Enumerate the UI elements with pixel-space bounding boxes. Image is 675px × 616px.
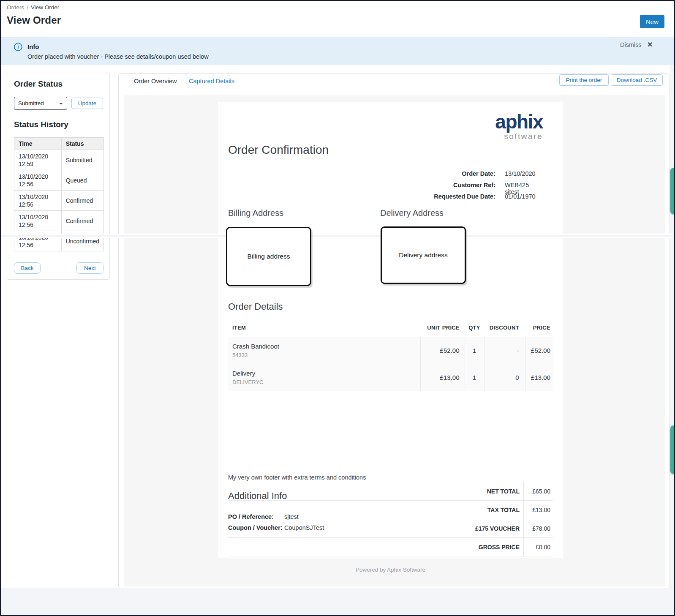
info-row-po-reference: PO / Reference: sjtest — [228, 513, 324, 524]
info-value: CouponSJTest — [284, 524, 324, 531]
billing-address-box: Billing address — [226, 227, 311, 286]
page-break-band — [1, 234, 674, 238]
delivery-address-heading: Delivery Address — [380, 208, 444, 218]
info-label: Coupon / Voucher: — [228, 524, 284, 531]
meta-label: Order Date: — [462, 170, 495, 177]
item-name: Delivery — [232, 370, 420, 377]
item-discount: - — [484, 337, 525, 364]
column-header-time: Time — [14, 138, 62, 150]
column-header-qty: QTY — [465, 318, 484, 337]
meta-label: Requested Due Date: — [434, 193, 495, 200]
item-row: Delivery DELIVERYC £13.00 1 0 £13.00 — [228, 364, 553, 391]
banner-message: Order placed with voucher - Please see d… — [27, 53, 209, 60]
next-button[interactable]: Next — [76, 262, 103, 274]
items-header-row: ITEM UNIT PRICE QTY DISCOUNT PRICE — [228, 318, 553, 337]
column-header-status: Status — [61, 138, 103, 150]
history-time: 13/10/2020 12:59 — [14, 150, 62, 170]
total-value: £65.00 — [524, 482, 553, 500]
item-cell: Delivery DELIVERYC — [228, 364, 420, 391]
info-row-coupon-voucher: Coupon / Voucher: CouponSJTest — [228, 524, 324, 535]
dismiss-button[interactable]: Dismiss — [620, 41, 642, 48]
history-time: 13/10/2020 12:56 — [14, 211, 62, 231]
info-label: PO / Reference: — [228, 513, 284, 520]
tab-captured-details[interactable]: Captured Details — [179, 74, 244, 89]
item-cell: Crash Bandicoot 54333 — [228, 337, 420, 364]
item-row: Crash Bandicoot 54333 £52.00 1 - £52.00 — [228, 337, 553, 364]
breadcrumb-orders-link[interactable]: Orders — [7, 4, 24, 11]
table-row: 13/10/2020 12:56 Confirmed — [14, 211, 104, 231]
divider — [14, 116, 103, 116]
delivery-address-box: Delivery address — [381, 226, 466, 284]
total-row-gross: GROSS PRICE £0.00 — [228, 538, 553, 556]
order-items-table: ITEM UNIT PRICE QTY DISCOUNT PRICE Crash… — [228, 318, 553, 391]
status-select-value: Submitted — [18, 100, 44, 106]
bottom-margin-strip — [1, 588, 674, 615]
column-header-unit-price: UNIT PRICE — [420, 318, 465, 337]
right-edge-tab-bottom[interactable] — [670, 425, 675, 474]
order-status-card: Order Status Submitted ⌄ Update Status H… — [7, 73, 110, 280]
logo-sub-text: software — [495, 132, 543, 140]
item-price: £13.00 — [525, 364, 553, 391]
back-button[interactable]: Back — [14, 262, 41, 274]
table-row: 13/10/2020 12:59 Submitted — [14, 150, 104, 170]
additional-info-rows: PO / Reference: sjtest Coupon / Voucher:… — [228, 513, 324, 535]
right-margin-strip — [670, 65, 674, 588]
update-button[interactable]: Update — [71, 98, 103, 109]
column-header-item: ITEM — [228, 318, 420, 337]
close-icon[interactable]: ✕ — [647, 41, 653, 49]
page-title: View Order — [7, 14, 61, 26]
breadcrumb: Orders/View Order — [7, 4, 59, 11]
order-confirmation-document: aphix software Order Confirmation Order … — [218, 102, 563, 558]
item-sku: 54333 — [232, 352, 420, 358]
document-footer-note: My very own footer with extra terms and … — [228, 474, 366, 481]
info-icon: i — [14, 43, 22, 51]
status-history-heading: Status History — [14, 120, 68, 129]
status-select[interactable]: Submitted ⌄ — [14, 97, 67, 110]
new-order-button[interactable]: New — [640, 15, 664, 28]
order-details-heading: Order Details — [228, 301, 283, 312]
history-status: Confirmed — [61, 191, 103, 211]
order-view-page: Orders/View Order View Order New i Info … — [0, 0, 675, 616]
chevron-down-icon: ⌄ — [59, 99, 63, 106]
divider — [14, 258, 103, 258]
history-status: Queued — [61, 170, 103, 191]
order-status-heading: Order Status — [14, 79, 63, 89]
meta-row-customer-ref: Customer Ref: WEB425 sjtest — [434, 182, 544, 193]
billing-address-heading: Billing Address — [228, 208, 283, 218]
info-banner — [1, 37, 674, 65]
column-header-discount: DISCOUNT — [484, 318, 525, 337]
item-unit-price: £52.00 — [420, 337, 465, 364]
print-order-button[interactable]: Print the order — [559, 74, 609, 86]
breadcrumb-separator: / — [27, 4, 28, 11]
table-row: 13/10/2020 12:56 Confirmed — [14, 191, 104, 211]
table-header-row: Time Status — [14, 138, 104, 150]
total-value: £13.00 — [524, 501, 553, 519]
right-edge-tab-top[interactable] — [670, 168, 675, 214]
item-qty: 1 — [465, 337, 484, 364]
item-sku: DELIVERYC — [232, 379, 420, 385]
item-price: £52.00 — [525, 337, 553, 364]
document-heading: Order Confirmation — [228, 143, 329, 157]
logo-brand-text: aphix — [495, 112, 543, 131]
total-label: GROSS PRICE — [228, 538, 524, 556]
tab-order-overview[interactable]: Order Overview — [124, 73, 187, 89]
item-discount: 0 — [484, 364, 525, 391]
meta-value: 01/01/1970 — [505, 193, 544, 200]
item-unit-price: £13.00 — [420, 364, 465, 391]
aphix-logo: aphix software — [495, 112, 543, 140]
meta-value: 13/10/2020 — [505, 170, 544, 177]
meta-label: Customer Ref: — [453, 182, 495, 188]
order-overview-card: Order Overview Captured Details Print th… — [118, 73, 670, 588]
document-viewer-panel: aphix software Order Confirmation Order … — [124, 95, 665, 586]
download-csv-button[interactable]: Download .CSV — [611, 74, 663, 86]
history-time: 13/10/2020 12:56 — [14, 170, 62, 191]
item-qty: 1 — [465, 364, 484, 391]
info-value: sjtest — [284, 513, 299, 520]
history-time: 13/10/2020 12:56 — [14, 191, 62, 211]
order-meta: Order Date: 13/10/2020 Customer Ref: WEB… — [434, 170, 544, 204]
total-value: £0.00 — [524, 538, 553, 556]
table-row: 13/10/2020 12:56 Queued — [14, 170, 104, 191]
meta-row-due-date: Requested Due Date: 01/01/1970 — [434, 193, 544, 204]
total-value: £78.00 — [524, 519, 553, 537]
meta-row-order-date: Order Date: 13/10/2020 — [434, 170, 544, 182]
